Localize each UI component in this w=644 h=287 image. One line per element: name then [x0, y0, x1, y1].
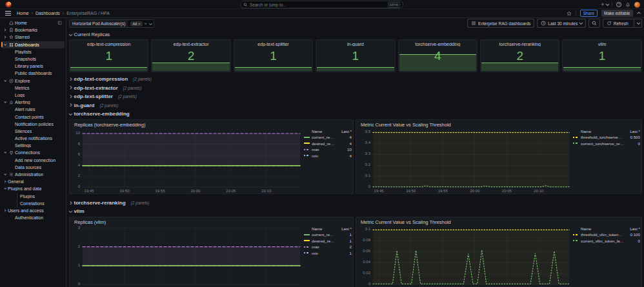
legend-sort-name[interactable]: Name — [581, 226, 624, 231]
sidebar-item-correlations[interactable]: Correlations — [1, 200, 65, 207]
stat-panel-edp-text-splitter[interactable]: edp-text-splitter1 — [234, 39, 313, 72]
sidebar-item-library-panels[interactable]: Library panels — [1, 63, 65, 70]
chevron-down-icon[interactable] — [1, 80, 8, 82]
sidebar-item-authentication[interactable]: Authentication — [1, 214, 65, 221]
dashboards-list-button[interactable]: Enterprise RAG dashboards — [467, 19, 534, 28]
legend-series-name[interactable]: threshold_vllm_token_latency — [581, 232, 624, 237]
legend-item-current-torchserve-requests-total[interactable]: current_torchserve_requests_total0 — [573, 141, 640, 147]
row-header-current-replicas[interactable]: Current Replicas — [69, 31, 110, 38]
grafana-logo-icon[interactable] — [5, 1, 12, 8]
legend-item-desired-replicas[interactable]: desired_replicas1 — [304, 238, 352, 244]
collapse-toolbar-icon[interactable] — [637, 12, 640, 15]
legend-item-desired-replicas[interactable]: desired_replicas4 — [304, 141, 352, 147]
menu-toggle-icon[interactable] — [5, 11, 11, 15]
sidebar-item-active-notifications[interactable]: Active notifications — [1, 135, 65, 142]
make-editable-button[interactable]: Make editable — [601, 10, 632, 17]
help-icon[interactable]: ? — [616, 2, 621, 7]
panel-title[interactable]: Metric Current Value vs Scaling Threshol… — [361, 219, 451, 225]
dashboard-row-edp-text-compression[interactable]: edp-text-compression(2 panels) — [69, 75, 152, 83]
stat-panel-edp-text-extractor[interactable]: edp-text-extractor2 — [151, 39, 230, 72]
stat-panel-torchserve-reranking[interactable]: torchserve-reranking2 — [480, 39, 559, 72]
chevron-down-icon[interactable] — [1, 152, 8, 153]
dashboard-row-vllm[interactable]: vllm — [69, 208, 85, 215]
breadcrumb-home[interactable]: Home — [17, 11, 29, 15]
legend-series-name[interactable]: min — [312, 153, 336, 158]
legend-series-name[interactable]: threshold_torchserve_requests_total — [581, 135, 624, 139]
sidebar-item-connections[interactable]: Connections — [1, 149, 65, 156]
refresh-interval-dropdown[interactable] — [634, 19, 642, 27]
legend-series-name[interactable]: current_torchserve_requests_total — [581, 141, 624, 146]
chevron-right-icon[interactable] — [1, 210, 8, 212]
search-box[interactable]: ctrl+k — [240, 1, 403, 8]
dashboard-row-torchserve-reranking[interactable]: torchserve-reranking(2 panels) — [69, 199, 149, 206]
sidebar-item-public-dashboards[interactable]: Public dashboards — [1, 70, 65, 77]
legend-sort-last[interactable]: Last * — [626, 129, 640, 134]
search-input[interactable] — [250, 3, 386, 7]
remove-tag-icon[interactable]: × — [138, 21, 141, 26]
sidebar-item-silences[interactable]: Silences — [1, 128, 65, 135]
panel-title[interactable]: Replicas (vllm) — [74, 219, 106, 225]
time-series-plot[interactable] — [83, 130, 300, 187]
legend-item-min[interactable]: min4 — [304, 153, 352, 159]
time-range-picker[interactable]: Last 30 minutes — [537, 19, 585, 28]
legend-sort-name[interactable]: Name — [581, 129, 624, 134]
legend-series-name[interactable]: max — [312, 244, 336, 249]
legend-item-current-replicas[interactable]: current_replicas1 — [304, 232, 352, 238]
notifications-bell-icon[interactable] — [625, 2, 630, 7]
sidebar-item-explore[interactable]: Explore — [1, 77, 65, 84]
chevron-down-icon[interactable] — [1, 101, 8, 103]
legend-series-name[interactable]: desired_replicas — [312, 239, 336, 243]
share-button[interactable]: Share — [580, 10, 598, 17]
time-series-plot[interactable] — [83, 228, 300, 284]
sidebar-item-add-new-connection[interactable]: Add new connection — [1, 157, 65, 164]
legend-series-name[interactable]: min — [312, 251, 336, 255]
sidebar-item-logs[interactable]: Logs — [1, 92, 65, 99]
chevron-right-icon[interactable] — [1, 181, 8, 183]
dashboard-row-edp-text-splitter[interactable]: edp-text-splitter(2 panels) — [69, 93, 137, 100]
legend-item-max[interactable]: max2 — [304, 244, 352, 250]
stat-panel-torchserve-embedding[interactable]: torchserve-embedding4 — [398, 39, 478, 72]
sidebar-item-plugins-and-data[interactable]: Plugins and data — [1, 185, 65, 192]
panel-title[interactable]: Metric Current Value vs Scaling Threshol… — [361, 122, 451, 128]
sidebar-item-data-sources[interactable]: Data sources — [1, 164, 65, 171]
dashboard-row-torchserve-embedding[interactable]: torchserve-embedding — [69, 110, 130, 117]
variable-select[interactable]: All× × — [128, 20, 154, 27]
dashboard-row-in-guard[interactable]: in-guard(2 panels) — [69, 102, 118, 109]
chevron-down-icon[interactable] — [1, 188, 8, 190]
time-series-plot[interactable] — [373, 130, 569, 187]
dashboard-row-edp-text-extractor[interactable]: edp-text-extractor(2 panels) — [69, 84, 141, 92]
legend-series-name[interactable]: desired_replicas — [312, 141, 336, 146]
sidebar-item-alert-rules[interactable]: Alert rules — [1, 106, 65, 113]
legend-item-threshold-vllm-token-latency[interactable]: threshold_vllm_token_latency0.100 — [573, 232, 640, 238]
sidebar-item-notification-policies[interactable]: Notification policies — [1, 121, 65, 128]
clear-selection-icon[interactable]: × — [145, 21, 147, 26]
star-dashboard-icon[interactable] — [567, 11, 572, 16]
sidebar-item-bookmarks[interactable]: Bookmarks — [1, 26, 65, 34]
legend-item-current-replicas[interactable]: current_replicas4 — [304, 134, 352, 141]
legend-item-threshold-torchserve-requests-total[interactable]: threshold_torchserve_requests_total0.500 — [573, 134, 640, 141]
time-series-plot[interactable] — [373, 228, 569, 284]
dock-menu-icon[interactable] — [57, 21, 62, 25]
sidebar-item-playlists[interactable]: Playlists — [1, 48, 65, 55]
legend-sort-last[interactable]: Last * — [626, 226, 640, 231]
zoom-out-button[interactable] — [589, 19, 600, 28]
chevron-right-icon[interactable] — [1, 36, 8, 38]
sidebar-item-starred[interactable]: Starred — [1, 34, 65, 41]
stat-panel-edp-text-compression[interactable]: edp-text-compression1 — [69, 39, 148, 72]
chevron-down-icon[interactable] — [149, 21, 152, 25]
variable-value-tag[interactable]: All× — [130, 21, 142, 26]
sidebar-item-alerting[interactable]: Alerting — [1, 99, 65, 106]
legend-sort-name[interactable]: Name — [312, 129, 336, 134]
stat-panel-vllm[interactable]: vllm1 — [562, 39, 641, 72]
refresh-button[interactable]: Refresh — [603, 19, 632, 27]
sidebar-item-home[interactable]: Home — [1, 19, 65, 26]
chevron-down-icon[interactable] — [1, 173, 8, 175]
sidebar-item-administration[interactable]: Administration — [1, 171, 65, 178]
legend-series-name[interactable]: current_replicas — [312, 135, 336, 139]
stat-panel-in-guard[interactable]: in-guard1 — [316, 39, 395, 72]
legend-sort-name[interactable]: Name — [312, 226, 336, 231]
sidebar-item-dashboards[interactable]: Dashboards — [1, 41, 65, 48]
panel-title[interactable]: Replicas (torchserve-embedding) — [74, 122, 145, 128]
sidebar-item-contact-points[interactable]: Contact points — [1, 113, 65, 120]
sidebar-item-snapshots[interactable]: Snapshots — [1, 55, 65, 63]
